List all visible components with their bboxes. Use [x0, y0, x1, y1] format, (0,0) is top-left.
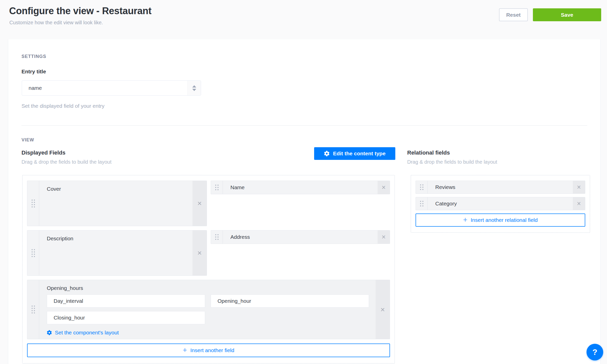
edit-content-type-button[interactable]: Edit the content type [314, 147, 395, 160]
close-icon: × [380, 305, 385, 314]
insert-another-field-label: Insert another field [190, 347, 234, 353]
grip-dots-icon [420, 201, 423, 206]
up-down-arrows-icon[interactable] [187, 81, 201, 95]
close-icon: × [382, 184, 386, 191]
insert-another-relational-field-label: Insert another relational field [471, 217, 538, 223]
field-label: Name [223, 181, 378, 194]
set-component-layout-link[interactable]: Set the component's layout [47, 330, 119, 336]
relational-field-reviews[interactable]: Reviews × [416, 181, 585, 194]
remove-field-button[interactable]: × [376, 280, 390, 339]
set-component-layout-label: Set the component's layout [55, 330, 119, 336]
save-button[interactable]: Save [533, 8, 601, 21]
component-field-opening-hour[interactable]: Opening_hour [211, 294, 369, 308]
grip-dots-icon [215, 185, 219, 190]
drag-handle-icon[interactable] [27, 181, 39, 226]
arrow-up-icon [192, 85, 196, 88]
arrow-down-icon [192, 89, 196, 91]
close-icon: × [577, 183, 581, 191]
field-label: Address [223, 230, 378, 244]
page-subtitle: Customize how the edit view will look li… [9, 20, 103, 26]
relational-fields-title: Relational fields [407, 149, 450, 156]
field-label: Category [428, 197, 573, 210]
entry-title-label: Entry title [21, 69, 46, 75]
insert-another-relational-field-button[interactable]: + Insert another relational field [416, 213, 585, 227]
relational-fields-subtitle: Drag & drop the fields to build the layo… [407, 159, 497, 165]
drag-handle-icon[interactable] [27, 230, 39, 275]
field-description[interactable]: Description × [27, 230, 207, 276]
displayed-fields-title: Displayed Fields [21, 149, 66, 156]
remove-field-button[interactable]: × [192, 181, 207, 226]
reset-button[interactable]: Reset [499, 8, 528, 21]
content-card: SETTINGS Entry title name Set the displa… [8, 39, 600, 364]
remove-field-button[interactable]: × [573, 181, 585, 194]
field-label: Description [39, 230, 192, 275]
component-field-day-interval[interactable]: Day_interval [47, 294, 205, 308]
plus-icon: + [463, 216, 467, 224]
grip-dots-icon [32, 249, 35, 257]
close-icon: × [197, 199, 202, 208]
help-button[interactable]: ? [587, 344, 603, 360]
relational-fields-dropzone: Reviews × Category × + Insert another re… [411, 175, 590, 233]
close-icon: × [577, 200, 581, 208]
grip-dots-icon [215, 234, 219, 240]
remove-field-button[interactable]: × [378, 181, 390, 194]
drag-handle-icon[interactable] [27, 280, 39, 339]
plus-icon: + [183, 347, 187, 354]
field-component-opening-hours[interactable]: Opening_hours Day_interval Opening_hour … [27, 280, 390, 339]
field-name[interactable]: Name × [211, 181, 390, 194]
remove-field-button[interactable]: × [573, 197, 585, 210]
component-fields-grid: Day_interval Opening_hour Closing_hour [47, 294, 369, 324]
close-icon: × [382, 233, 386, 241]
settings-section-label: SETTINGS [21, 54, 46, 59]
question-mark-icon: ? [592, 348, 597, 357]
page-header: Configure the view - Restaurant Customiz… [0, 0, 607, 39]
field-label: Reviews [428, 181, 573, 194]
close-icon: × [197, 249, 202, 257]
section-divider [21, 125, 587, 126]
gear-icon [324, 151, 330, 156]
entry-title-select[interactable]: name [22, 80, 201, 96]
view-section-label: VIEW [21, 137, 34, 143]
relational-field-category[interactable]: Category × [416, 197, 585, 210]
page-title: Configure the view - Restaurant [9, 6, 151, 16]
field-address[interactable]: Address × [211, 230, 390, 244]
component-field-closing-hour[interactable]: Closing_hour [47, 311, 205, 324]
displayed-fields-subtitle: Drag & drop the fields to build the layo… [21, 159, 112, 165]
field-label: Cover [39, 181, 192, 226]
gear-icon [47, 330, 52, 335]
remove-field-button[interactable]: × [192, 230, 207, 275]
component-label: Opening_hours [47, 285, 369, 291]
component-body: Opening_hours Day_interval Opening_hour … [39, 280, 376, 339]
entry-title-select-value: name [29, 81, 42, 95]
insert-another-field-button[interactable]: + Insert another field [27, 344, 390, 357]
drag-handle-icon[interactable] [416, 197, 428, 210]
remove-field-button[interactable]: × [378, 230, 390, 244]
displayed-fields-dropzone: Cover × Name × Description × [22, 175, 395, 363]
edit-content-type-label: Edit the content type [333, 151, 386, 157]
entry-title-help-text: Set the displayed field of your entry [21, 103, 104, 109]
field-cover[interactable]: Cover × [27, 181, 207, 226]
grip-dots-icon [32, 200, 35, 207]
grip-dots-icon [32, 306, 35, 313]
drag-handle-icon[interactable] [211, 230, 223, 244]
drag-handle-icon[interactable] [416, 181, 428, 194]
drag-handle-icon[interactable] [211, 181, 223, 194]
grip-dots-icon [420, 184, 423, 190]
